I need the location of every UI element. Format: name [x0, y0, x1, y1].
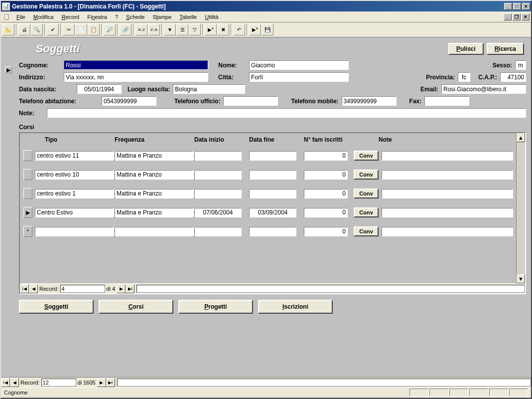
- sesso-input[interactable]: [515, 60, 526, 70]
- row-selector[interactable]: ▶: [23, 207, 32, 218]
- frequenza-input[interactable]: [115, 189, 193, 199]
- maximize-button[interactable]: □: [513, 3, 521, 10]
- row-note-input[interactable]: [382, 151, 513, 161]
- copy-icon[interactable]: 📄: [75, 24, 87, 35]
- spelling-icon[interactable]: ✔: [47, 24, 59, 35]
- tab-soggetti[interactable]: Soggetti: [19, 300, 94, 314]
- row-selector[interactable]: [23, 150, 32, 161]
- tipo-input[interactable]: [35, 170, 114, 180]
- frequenza-combo[interactable]: ▾: [115, 227, 185, 236]
- frequenza-combo[interactable]: ▾: [115, 151, 185, 161]
- filter-selection-icon[interactable]: ▼: [164, 24, 176, 35]
- indirizzo-input[interactable]: [64, 72, 208, 82]
- num-fam-input[interactable]: [304, 227, 348, 236]
- tel-ufficio-input[interactable]: [223, 96, 278, 106]
- nav-current-input[interactable]: [60, 285, 105, 293]
- menu-tabelle[interactable]: Tabelle: [175, 13, 201, 21]
- goto-new-icon[interactable]: ▶*: [249, 24, 261, 35]
- vertical-scrollbar[interactable]: ▼: [516, 146, 525, 283]
- menu-utilita[interactable]: Utilità: [201, 13, 223, 21]
- row-selector[interactable]: *: [23, 226, 32, 237]
- ricerca-button[interactable]: Ricerca: [487, 43, 524, 55]
- data-inizio-input[interactable]: [194, 227, 242, 236]
- nav-prev-icon[interactable]: ◀: [29, 284, 38, 293]
- data-inizio-input[interactable]: [194, 170, 242, 180]
- nome-input[interactable]: [249, 60, 349, 70]
- nav-first-icon[interactable]: I◀: [20, 284, 29, 293]
- data-fine-input[interactable]: [249, 170, 296, 180]
- nav-last-icon[interactable]: ▶I: [126, 284, 134, 293]
- tab-corsi[interactable]: Corsi: [99, 300, 173, 314]
- mdi-close-button[interactable]: ✕: [522, 13, 530, 20]
- design-view-icon[interactable]: 📐: [2, 24, 14, 35]
- record-selector[interactable]: ▶: [5, 66, 12, 73]
- tipo-combo[interactable]: ▾: [35, 151, 106, 161]
- paste-icon[interactable]: 📋: [88, 24, 100, 35]
- cut-icon[interactable]: ✂: [63, 24, 75, 35]
- provincia-input[interactable]: [458, 72, 470, 82]
- print-icon[interactable]: 🖨: [18, 24, 30, 35]
- frequenza-input[interactable]: [115, 227, 193, 236]
- minimize-button[interactable]: _: [504, 3, 512, 10]
- scroll-down-icon[interactable]: ▼: [517, 274, 525, 283]
- tipo-combo[interactable]: ▾: [35, 227, 106, 236]
- nav-next-icon[interactable]: ▶: [117, 284, 126, 293]
- row-selector[interactable]: [23, 169, 32, 180]
- menu-file[interactable]: File: [12, 13, 29, 21]
- print-preview-icon[interactable]: 🔍: [31, 24, 43, 35]
- frequenza-combo[interactable]: ▾: [115, 189, 185, 199]
- data-inizio-input[interactable]: [194, 151, 242, 161]
- menu-stampe[interactable]: Stampe: [148, 13, 175, 21]
- email-input[interactable]: [441, 84, 526, 94]
- data-nascita-input[interactable]: [77, 84, 122, 94]
- cognome-input[interactable]: [64, 60, 208, 70]
- frequenza-input[interactable]: [115, 208, 193, 217]
- sort-desc-icon[interactable]: Z↓A: [148, 24, 160, 35]
- data-inizio-input[interactable]: [194, 208, 242, 217]
- menu-schede[interactable]: Schede: [122, 13, 148, 21]
- data-fine-input[interactable]: [249, 227, 296, 236]
- tipo-input[interactable]: [35, 151, 114, 161]
- scroll-up-icon[interactable]: ▲: [517, 133, 525, 142]
- undo-icon[interactable]: ↶: [233, 24, 245, 35]
- tel-abitazione-input[interactable]: [102, 96, 156, 106]
- frequenza-input[interactable]: [115, 151, 193, 161]
- num-fam-input[interactable]: [304, 189, 348, 199]
- row-selector[interactable]: [23, 188, 32, 199]
- outer-nav-next-icon[interactable]: ▶: [97, 378, 106, 387]
- tipo-input[interactable]: [35, 208, 114, 217]
- filter-form-icon[interactable]: ☰: [176, 24, 188, 35]
- sort-asc-icon[interactable]: A↓Z: [135, 24, 147, 35]
- new-record-icon[interactable]: ▶*: [205, 24, 217, 35]
- tel-mobile-input[interactable]: [342, 96, 397, 106]
- tipo-combo[interactable]: ▾: [35, 170, 106, 180]
- cap-input[interactable]: [500, 72, 526, 82]
- tipo-input[interactable]: [35, 227, 114, 236]
- pulisci-button[interactable]: Pulisci: [448, 43, 484, 55]
- citta-input[interactable]: [249, 72, 349, 82]
- frequenza-combo[interactable]: ▾: [115, 170, 185, 180]
- fax-input[interactable]: [424, 96, 469, 106]
- save-icon[interactable]: 💾: [262, 24, 273, 35]
- menu-record[interactable]: Record: [58, 13, 83, 21]
- mdi-minimize-button[interactable]: _: [504, 13, 512, 20]
- menu-finestra[interactable]: Finestra: [83, 13, 111, 21]
- frequenza-combo[interactable]: ▾: [115, 208, 185, 217]
- outer-nav-prev-icon[interactable]: ◀: [10, 378, 19, 387]
- conv-button[interactable]: Conv: [354, 170, 379, 180]
- apply-filter-icon[interactable]: ▽: [189, 24, 201, 35]
- close-button[interactable]: ✕: [522, 3, 530, 10]
- data-fine-input[interactable]: [249, 151, 296, 161]
- menu-help[interactable]: ?: [111, 13, 122, 21]
- find-icon[interactable]: 🔎: [104, 24, 116, 35]
- conv-button[interactable]: Conv: [354, 226, 379, 236]
- hyperlink-icon[interactable]: 🔗: [120, 24, 132, 35]
- note-input[interactable]: [47, 108, 526, 118]
- num-fam-input[interactable]: [304, 170, 348, 180]
- frequenza-input[interactable]: [115, 170, 193, 180]
- num-fam-input[interactable]: [304, 208, 348, 217]
- tipo-combo[interactable]: ▾: [35, 208, 106, 217]
- menu-modifica[interactable]: Modifica: [29, 13, 58, 21]
- delete-record-icon[interactable]: ✖: [217, 24, 229, 35]
- row-note-input[interactable]: [382, 208, 513, 217]
